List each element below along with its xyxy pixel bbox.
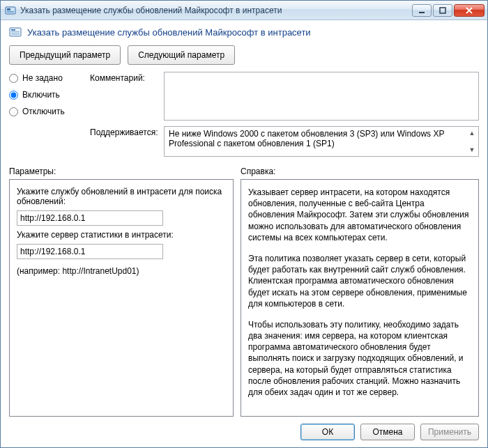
radio-not-configured[interactable]: Не задано <box>9 73 86 83</box>
parameters-pane: Укажите службу обновлений в интрасети дл… <box>9 179 234 417</box>
supported-label: Поддерживается: <box>90 126 160 157</box>
app-icon <box>5 5 16 16</box>
supported-on-text: Не ниже Windows 2000 с пакетом обновлени… <box>169 129 444 148</box>
comment-label: Комментарий: <box>90 72 160 121</box>
apply-button[interactable]: Применить <box>420 424 479 440</box>
dialog-buttons: ОК Отмена Применить <box>9 424 479 440</box>
radio-enabled-label: Включить <box>22 90 60 100</box>
svg-rect-7 <box>11 31 20 33</box>
help-pane[interactable]: Указывает сервер интрасети, на котором н… <box>241 179 479 417</box>
policy-editor-window: Указать размещение службы обновлений Май… <box>0 0 488 448</box>
svg-rect-3 <box>419 12 425 13</box>
panes: Укажите службу обновлений в интрасети дл… <box>9 179 479 417</box>
update-service-label: Укажите службу обновлений в интрасети дл… <box>17 187 226 206</box>
radio-enabled-input[interactable] <box>9 91 18 100</box>
policy-icon <box>9 26 22 38</box>
panes-header: Параметры: Справка: <box>9 167 479 176</box>
state-radio-group: Не задано Включить Отключить <box>9 72 86 157</box>
radio-disabled-input[interactable] <box>9 107 18 116</box>
example-text: (например: http://IntranetUpd01) <box>17 266 226 276</box>
radio-not-configured-label: Не задано <box>22 73 63 83</box>
close-button[interactable] <box>454 4 485 17</box>
svg-rect-6 <box>11 29 15 31</box>
window-controls <box>412 4 485 17</box>
svg-rect-8 <box>11 33 20 35</box>
window-title: Указать размещение службы обновлений Май… <box>20 6 412 15</box>
update-service-input[interactable] <box>17 210 163 226</box>
content-area: Указать размещение службы обновлений Май… <box>1 20 487 447</box>
policy-title: Указать размещение службы обновлений Май… <box>27 27 311 38</box>
maximize-button[interactable] <box>433 4 452 17</box>
nav-buttons: Предыдущий параметр Следующий параметр <box>9 45 479 65</box>
svg-rect-2 <box>7 11 14 13</box>
next-setting-button[interactable]: Следующий параметр <box>128 45 235 65</box>
scroll-down-icon[interactable]: ▼ <box>467 145 477 155</box>
stats-server-input[interactable] <box>17 244 163 259</box>
svg-rect-4 <box>440 8 445 13</box>
stats-server-label: Укажите сервер статистики в интрасети: <box>17 230 226 240</box>
help-paragraph-1: Указывает сервер интрасети, на котором н… <box>248 187 471 243</box>
cancel-button[interactable]: Отмена <box>360 424 415 440</box>
help-paragraph-3: Чтобы использовать эту политику, необход… <box>248 319 471 398</box>
radio-disabled-label: Отключить <box>22 107 65 116</box>
policy-header: Указать размещение службы обновлений Май… <box>9 26 479 38</box>
help-heading: Справка: <box>241 167 479 176</box>
params-heading: Параметры: <box>9 167 241 176</box>
ok-button[interactable]: ОК <box>300 424 355 440</box>
radio-not-configured-input[interactable] <box>9 74 18 83</box>
radio-enabled[interactable]: Включить <box>9 90 86 100</box>
previous-setting-button[interactable]: Предыдущий параметр <box>9 45 121 65</box>
help-paragraph-2: Эта политика позволяет указать сервер в … <box>248 253 471 309</box>
titlebar[interactable]: Указать размещение службы обновлений Май… <box>1 1 487 20</box>
comment-textarea[interactable] <box>164 72 479 121</box>
minimize-button[interactable] <box>412 4 432 17</box>
svg-rect-1 <box>7 8 10 10</box>
scroll-up-icon[interactable]: ▲ <box>467 128 477 138</box>
config-grid: Не задано Включить Отключить Комментарий… <box>9 72 479 157</box>
radio-disabled[interactable]: Отключить <box>9 107 86 116</box>
supported-on-box: Не ниже Windows 2000 с пакетом обновлени… <box>164 126 479 157</box>
